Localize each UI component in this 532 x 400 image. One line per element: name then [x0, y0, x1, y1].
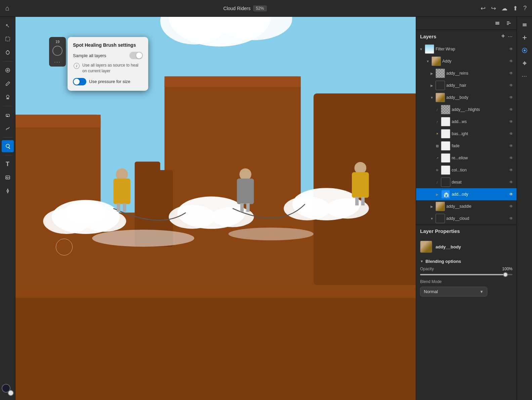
- layer-addy-hair[interactable]: ▶ addy__hair 👁: [416, 79, 517, 91]
- help-icon[interactable]: ?: [523, 5, 527, 12]
- smudge-tool[interactable]: [2, 122, 14, 134]
- layer-filter-wrap[interactable]: ▼ Filter Wrap 👁: [416, 43, 517, 55]
- layer-visibility-icon[interactable]: 👁: [508, 119, 514, 124]
- layer-addy-reins[interactable]: ▶ addy__reins 👁: [416, 67, 517, 79]
- use-pressure-toggle[interactable]: [73, 78, 86, 85]
- opacity-slider[interactable]: [420, 274, 513, 275]
- opacity-thumb[interactable]: [503, 272, 508, 277]
- layer-expand-icon[interactable]: ▶: [429, 71, 434, 76]
- layers-panel-icon[interactable]: [492, 18, 502, 28]
- svg-rect-58: [501, 36, 505, 36]
- layer-addy-saddle[interactable]: ▶ addy__saddle 👁: [416, 200, 517, 212]
- layer-visibility-icon[interactable]: 👁: [508, 216, 514, 221]
- svg-rect-61: [523, 25, 527, 25]
- layer-thumbnail: [441, 165, 450, 175]
- adjustments-icon[interactable]: [519, 58, 530, 69]
- layer-expand-icon[interactable]: ▶: [435, 192, 440, 197]
- layer-re-ellow[interactable]: ↗ re...ellow 👁: [416, 152, 517, 164]
- layer-addy-body[interactable]: ▼ addy__body 👁: [416, 91, 517, 104]
- stamp-tool[interactable]: [2, 91, 14, 103]
- layer-name: desat: [452, 180, 507, 185]
- add-layer-button[interactable]: [500, 33, 506, 40]
- layer-add-ody[interactable]: ▶ add...ody 👁: [416, 188, 517, 200]
- layer-expand-icon[interactable]: ▼: [429, 95, 434, 100]
- cloud-icon[interactable]: ☁: [501, 5, 507, 12]
- spot-healing-tool[interactable]: [2, 140, 14, 152]
- opacity-value: 100%: [502, 267, 513, 271]
- layer-thumbnail: [441, 177, 450, 187]
- layer-thumbnail: [441, 190, 450, 199]
- pressure-label: Use pressure for size: [89, 79, 130, 84]
- layer-col-tion[interactable]: ⊖ col...tion 👁: [416, 164, 517, 176]
- layer-expand-icon[interactable]: ƒ: [435, 107, 440, 112]
- layer-expand-icon[interactable]: ƒ: [435, 119, 440, 124]
- redo-icon[interactable]: ↪: [491, 5, 496, 12]
- layers-list: ▼ Filter Wrap 👁 ▼ Addy 👁 ▶: [416, 43, 517, 225]
- layer-desat[interactable]: ƒ desat 👁: [416, 176, 517, 188]
- panel-icons-row: [416, 17, 517, 30]
- layer-visibility-icon[interactable]: 👁: [508, 144, 514, 148]
- layer-name: col...tion: [452, 168, 507, 172]
- blend-mode-select[interactable]: Normal ▼: [420, 287, 487, 296]
- layer-visibility-icon[interactable]: 👁: [508, 95, 514, 100]
- blending-options-header[interactable]: ▼ Blending options: [420, 256, 513, 267]
- layer-visibility-icon[interactable]: 👁: [508, 107, 514, 112]
- layer-fade[interactable]: ▥ fade 👁: [416, 140, 517, 152]
- lasso-tool[interactable]: [2, 46, 14, 58]
- undo-icon[interactable]: ↩: [481, 5, 486, 12]
- share-icon[interactable]: ⬆: [513, 5, 518, 12]
- layer-visibility-icon[interactable]: 👁: [508, 180, 514, 185]
- background-color[interactable]: [8, 390, 14, 396]
- layer-visibility-icon[interactable]: 👁: [508, 204, 514, 209]
- layers-icon[interactable]: [519, 19, 530, 30]
- topbar-left: ⌂: [5, 4, 9, 12]
- svg-point-38: [229, 228, 314, 240]
- layer-properties-header: Layer Properties: [416, 225, 517, 237]
- layer-expand-icon[interactable]: ƒ: [435, 180, 440, 185]
- layer-expand-icon[interactable]: ▶: [429, 83, 434, 88]
- layer-bas-ight[interactable]: ☀ bas...ight 👁: [416, 128, 517, 140]
- svg-rect-24: [15, 289, 416, 298]
- home-icon[interactable]: ⌂: [5, 4, 9, 12]
- main-layout: ↖ T: [0, 17, 532, 400]
- layer-addy[interactable]: ▼ Addy 👁: [416, 55, 517, 67]
- layer-visibility-icon[interactable]: 👁: [508, 47, 514, 51]
- layer-visibility-icon[interactable]: 👁: [508, 192, 514, 197]
- filter-icon[interactable]: [519, 45, 530, 56]
- layer-visibility-icon[interactable]: 👁: [508, 59, 514, 64]
- layer-addy-hlights[interactable]: ƒ addy__...hlights 👁: [416, 104, 517, 116]
- heal-tool[interactable]: [2, 64, 14, 76]
- marquee-tool[interactable]: [2, 33, 14, 45]
- image-tool[interactable]: [2, 171, 14, 184]
- brush-more-button[interactable]: ...: [54, 58, 60, 64]
- layer-expand-icon[interactable]: ▼: [419, 47, 423, 51]
- layer-thumbnail: [436, 202, 445, 211]
- layer-visibility-icon[interactable]: 👁: [508, 83, 514, 88]
- text-tool[interactable]: T: [2, 158, 14, 170]
- layer-sort-icon[interactable]: [504, 18, 514, 28]
- layer-more-button[interactable]: ⋯: [508, 34, 513, 39]
- dodge-tool[interactable]: [2, 185, 14, 197]
- select-tool[interactable]: ↖: [2, 19, 14, 32]
- layer-add-ws[interactable]: ƒ add...ws 👁: [416, 116, 517, 128]
- svg-rect-56: [507, 24, 509, 25]
- layer-expand-icon[interactable]: ▼: [425, 59, 430, 64]
- eraser-tool[interactable]: [2, 109, 14, 121]
- layer-visibility-icon[interactable]: 👁: [508, 168, 514, 172]
- add-layer-panel-icon[interactable]: [519, 32, 530, 43]
- brush-tool-panel: 19 ...: [49, 37, 66, 67]
- layer-expand-icon[interactable]: ▼: [429, 216, 434, 221]
- layer-name: addy__body: [446, 95, 507, 100]
- zoom-badge[interactable]: 52%: [253, 5, 267, 11]
- more-options-icon[interactable]: ⋯: [519, 71, 530, 81]
- layer-addy-cloud[interactable]: ▼ addy__cloud 👁: [416, 212, 517, 225]
- layer-visibility-icon[interactable]: 👁: [508, 131, 514, 136]
- blend-mode-row: Blend Mode: [420, 279, 513, 284]
- brush-tool[interactable]: [2, 78, 14, 90]
- layer-expand-icon[interactable]: ▶: [429, 204, 434, 209]
- layer-visibility-icon[interactable]: 👁: [508, 156, 514, 160]
- svg-rect-19: [15, 115, 100, 127]
- layer-visibility-icon[interactable]: 👁: [508, 71, 514, 76]
- blending-options-section: ▼ Blending options Opacity 100% Blend Mo…: [416, 256, 517, 301]
- sample-all-layers-toggle[interactable]: [129, 52, 143, 59]
